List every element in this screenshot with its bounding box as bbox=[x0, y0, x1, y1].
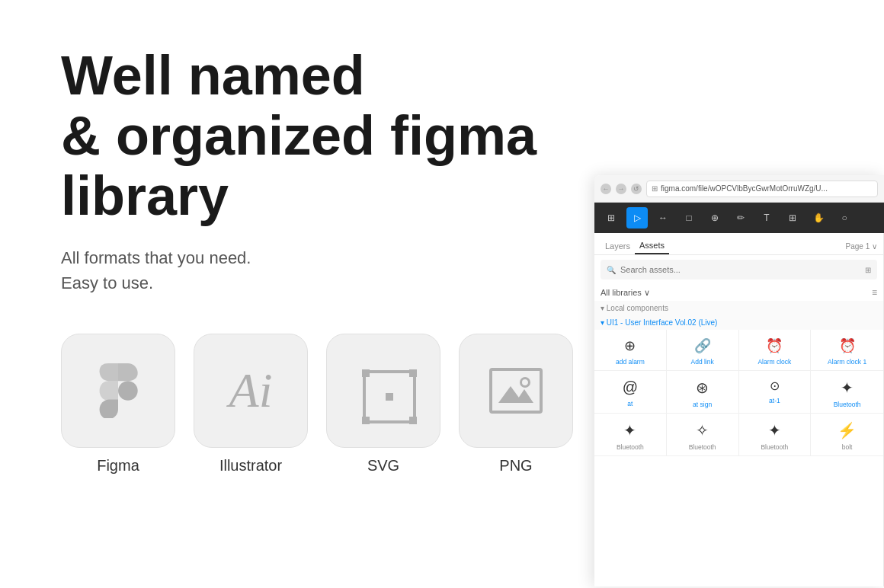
figma-tabs: Layers Assets Page 1 ∨ bbox=[594, 233, 883, 255]
headline-line2: & organized figma library bbox=[61, 105, 536, 226]
bluetooth-icon: ✦ bbox=[841, 379, 854, 397]
figma-label: Figma bbox=[97, 457, 139, 475]
figma-menu-tool[interactable]: ⊞ bbox=[601, 207, 622, 228]
bluetooth-3-label: Bluetooth bbox=[689, 443, 716, 451]
grid-view-icon[interactable]: ⊞ bbox=[865, 266, 871, 274]
bolt-label: bolt bbox=[842, 443, 853, 451]
at-1-icon: ⊙ bbox=[770, 379, 780, 393]
add-link-icon: 🔗 bbox=[694, 337, 711, 354]
format-png: PNG bbox=[459, 334, 573, 475]
tab-layers[interactable]: Layers bbox=[601, 238, 635, 254]
figma-frame-tool[interactable]: □ bbox=[678, 207, 700, 228]
bluetooth-3-icon: ✧ bbox=[696, 421, 709, 439]
bluetooth-label: Bluetooth bbox=[834, 401, 861, 408]
assets-search[interactable]: 🔍 ⊞ bbox=[601, 260, 877, 280]
icon-cell-alarm-clock-1[interactable]: ⏰ Alarm clock 1 bbox=[811, 330, 883, 371]
bluetooth-2-icon: ✦ bbox=[623, 421, 636, 439]
at-icon: @ bbox=[623, 379, 638, 396]
forward-icon: → bbox=[618, 185, 625, 193]
figma-scale-tool[interactable]: ↔ bbox=[652, 207, 674, 228]
icon-cell-at[interactable]: @ at bbox=[594, 371, 667, 414]
browser-chrome: ← → ↺ ⊞ figma.com/file/wOPCVlbBycGwrMotO… bbox=[594, 175, 884, 203]
refresh-button[interactable]: ↺ bbox=[631, 184, 642, 194]
url-text: figma.com/file/wOPCVlbBycGwrMotOrruWZg/U… bbox=[661, 184, 828, 193]
figma-icon-box bbox=[61, 334, 175, 448]
ui-section-header[interactable]: ▾ UI1 - User Interface Vol.02 (Live) bbox=[594, 315, 883, 330]
ai-icon-box: Ai bbox=[194, 334, 308, 448]
at-sign-icon: ⊛ bbox=[696, 379, 709, 397]
figma-pen-tool[interactable]: ✏ bbox=[730, 207, 751, 228]
bluetooth-2-label: Bluetooth bbox=[617, 443, 644, 451]
png-label: PNG bbox=[499, 457, 532, 475]
figma-logo-icon bbox=[95, 363, 141, 418]
search-icon: 🔍 bbox=[607, 266, 616, 274]
alarm-clock-1-icon: ⏰ bbox=[839, 337, 856, 354]
icon-cell-bluetooth-2[interactable]: ✦ Bluetooth bbox=[594, 414, 667, 456]
headline: Well named & organized figma library bbox=[61, 46, 549, 227]
at-sign-label: at sign bbox=[693, 401, 712, 408]
svg-icon-box bbox=[326, 334, 440, 448]
svg-label: SVG bbox=[367, 457, 399, 475]
back-button[interactable]: ← bbox=[601, 184, 611, 194]
icon-cell-at-sign[interactable]: ⊛ at sign bbox=[667, 371, 739, 414]
figma-assets-panel: Layers Assets Page 1 ∨ 🔍 ⊞ All libraries… bbox=[594, 233, 884, 586]
format-svg: SVG bbox=[326, 334, 440, 475]
icon-cell-add-alarm[interactable]: ⊕ add alarm bbox=[594, 330, 667, 371]
icon-cell-bluetooth-3[interactable]: ✧ Bluetooth bbox=[667, 414, 739, 456]
back-icon: ← bbox=[603, 185, 610, 193]
illustrator-label: Illustrator bbox=[219, 457, 282, 475]
libraries-menu-icon[interactable]: ≡ bbox=[872, 287, 877, 298]
png-icon-box bbox=[459, 334, 573, 448]
bolt-icon: ⚡ bbox=[838, 421, 857, 439]
ai-text-icon: Ai bbox=[229, 363, 273, 419]
search-input[interactable] bbox=[620, 265, 860, 274]
subtitle: All formats that you need. Easy to use. bbox=[61, 245, 549, 296]
figma-toolbar: ⊞ ▷ ↔ □ ⊕ ✏ T ⊞ ✋ ○ bbox=[594, 203, 884, 233]
bluetooth-4-icon: ✦ bbox=[768, 421, 781, 439]
browser-window: ← → ↺ ⊞ figma.com/file/wOPCVlbBycGwrMotO… bbox=[594, 175, 884, 586]
forward-button[interactable]: → bbox=[616, 184, 626, 194]
bluetooth-4-label: Bluetooth bbox=[761, 443, 788, 451]
png-image-icon bbox=[489, 368, 543, 414]
icon-cell-bluetooth[interactable]: ✦ Bluetooth bbox=[811, 371, 883, 414]
left-section: Well named & organized figma library All… bbox=[61, 46, 549, 475]
local-components-header[interactable]: ▾ Local components bbox=[594, 301, 883, 315]
all-libraries-button[interactable]: All libraries ∨ bbox=[601, 288, 650, 298]
refresh-icon: ↺ bbox=[633, 185, 639, 193]
libraries-row: All libraries ∨ ≡ bbox=[594, 284, 883, 301]
format-illustrator: Ai Illustrator bbox=[194, 334, 308, 475]
figma-resource-tool[interactable]: ⊞ bbox=[782, 207, 803, 228]
at-1-label: at-1 bbox=[769, 397, 780, 404]
alarm-clock-icon: ⏰ bbox=[766, 337, 783, 354]
icon-cell-add-link[interactable]: 🔗 Add link bbox=[667, 330, 739, 371]
tab-assets[interactable]: Assets bbox=[635, 238, 669, 254]
alarm-clock-1-label: Alarm clock 1 bbox=[828, 358, 866, 366]
svg-frame-icon bbox=[363, 370, 416, 423]
add-link-label: Add link bbox=[691, 358, 714, 366]
icon-cell-bluetooth-4[interactable]: ✦ Bluetooth bbox=[739, 414, 812, 456]
at-label: at bbox=[627, 400, 633, 407]
figma-comment-tool[interactable]: ○ bbox=[834, 207, 855, 228]
figma-shape-tool[interactable]: ⊕ bbox=[704, 207, 725, 228]
headline-line1: Well named bbox=[61, 45, 365, 106]
icon-cell-at-1[interactable]: ⊙ at-1 bbox=[739, 371, 812, 414]
icon-cell-bolt[interactable]: ⚡ bolt bbox=[811, 414, 883, 456]
figma-select-tool[interactable]: ▷ bbox=[626, 207, 648, 228]
subtitle-line2: Easy to use. bbox=[61, 273, 153, 292]
icons-grid: ⊕ add alarm 🔗 Add link ⏰ Alarm clock ⏰ A… bbox=[594, 330, 883, 456]
format-icons-row: Figma Ai Illustrator SVG bbox=[61, 334, 549, 475]
figma-hand-tool[interactable]: ✋ bbox=[808, 207, 829, 228]
format-figma: Figma bbox=[61, 334, 175, 475]
add-alarm-label: add alarm bbox=[616, 358, 645, 366]
subtitle-line1: All formats that you need. bbox=[61, 248, 251, 267]
page-indicator: Page 1 ∨ bbox=[846, 242, 877, 251]
figma-text-tool[interactable]: T bbox=[756, 207, 777, 228]
figma-panel: Layers Assets Page 1 ∨ 🔍 ⊞ All libraries… bbox=[594, 233, 884, 586]
address-bar[interactable]: ⊞ figma.com/file/wOPCVlbBycGwrMotOrruWZg… bbox=[646, 181, 878, 197]
add-alarm-icon: ⊕ bbox=[624, 337, 636, 354]
icon-cell-alarm-clock[interactable]: ⏰ Alarm clock bbox=[739, 330, 812, 371]
alarm-clock-label: Alarm clock bbox=[757, 358, 791, 366]
